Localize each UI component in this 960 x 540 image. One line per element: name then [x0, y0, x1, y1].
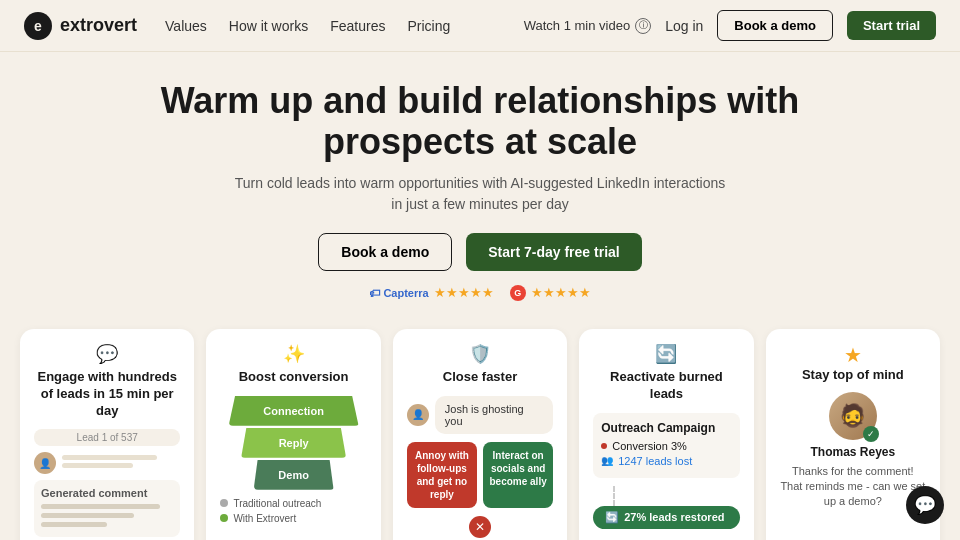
legend-dot	[220, 514, 228, 522]
top-of-mind-title: Stay top of mind	[780, 367, 926, 384]
josh-avatar: 👤	[407, 404, 429, 426]
comment-box: Generated comment	[34, 480, 180, 537]
ghost-bubble: Josh is ghosting you	[435, 396, 553, 434]
line	[41, 522, 107, 527]
engage-title: Engage with hundreds of leads in 15 min …	[34, 369, 180, 420]
funnel-connection: Connection	[229, 396, 359, 426]
google-stars: ★★★★★	[531, 285, 591, 300]
arrow	[613, 486, 739, 506]
testimonial-message: Thanks for the comment! That reminds me …	[780, 464, 926, 510]
comment-label: Generated comment	[41, 487, 173, 499]
google-icon: G	[510, 285, 526, 301]
avatar: 👤	[34, 452, 56, 474]
logo-icon: e	[24, 12, 52, 40]
line	[41, 504, 160, 509]
reactivate-title: Reactivate burned leads	[593, 369, 739, 403]
testimonial-wrap: 🧔 ✓	[829, 392, 877, 440]
login-button[interactable]: Log in	[665, 18, 703, 34]
nav-trial-button[interactable]: Start trial	[847, 11, 936, 40]
feature-cards: 💬 Engage with hundreds of leads in 15 mi…	[0, 317, 960, 540]
close-card: 🛡️ Close faster 👤 Josh is ghosting you A…	[393, 329, 567, 540]
nav-demo-button[interactable]: Book a demo	[717, 10, 833, 41]
comment-lines	[41, 504, 173, 527]
campaign-title: Outreach Campaign	[601, 421, 731, 435]
leads-lost-stat: 👥 1247 leads lost	[601, 455, 731, 467]
nav-how[interactable]: How it works	[229, 18, 308, 34]
decision-row: Annoy with follow-ups and get no reply I…	[407, 442, 553, 508]
nav-links: Values How it works Features Pricing	[165, 18, 450, 34]
logo[interactable]: e extrovert	[24, 12, 137, 40]
testimonial-name: Thomas Reyes	[780, 445, 926, 459]
legend-traditional: Traditional outreach	[220, 498, 366, 509]
nav-right: Watch 1 min video ⓘ Log in Book a demo S…	[524, 10, 936, 41]
legend-dot	[220, 499, 228, 507]
close-title: Close faster	[443, 369, 517, 386]
hero-subtext: Turn cold leads into warm opportunities …	[230, 173, 730, 215]
boost-title: Boost conversion	[239, 369, 349, 386]
logo-text: extrovert	[60, 15, 137, 36]
boost-card: ✨ Boost conversion Connection Reply Demo…	[206, 329, 380, 540]
bad-decision[interactable]: Annoy with follow-ups and get no reply	[407, 442, 477, 508]
line	[41, 513, 134, 518]
hero-headline: Warm up and build relationships with pro…	[130, 80, 830, 163]
google-rating: G ★★★★★	[510, 285, 591, 301]
hero-buttons: Book a demo Start 7-day free trial	[40, 233, 920, 271]
legend-extrovert: With Extrovert	[220, 513, 366, 524]
stat-dot	[601, 443, 607, 449]
star-icon: ★	[780, 343, 926, 367]
leads-lost: 👥	[601, 455, 613, 466]
info-icon: ⓘ	[635, 18, 651, 34]
boost-icon: ✨	[283, 343, 305, 365]
x-icon: ✕	[469, 516, 491, 538]
reactivate-card: 🔄 Reactivate burned leads Outreach Campa…	[579, 329, 753, 540]
restored-badge: 🔄 27% leads restored	[593, 506, 739, 529]
lead-lines	[62, 455, 180, 471]
line	[62, 463, 133, 468]
navbar: e extrovert Values How it works Features…	[0, 0, 960, 52]
reactivate-icon: 🔄	[655, 343, 677, 365]
campaign-box: Outreach Campaign Conversion 3% 👥 1247 l…	[593, 413, 739, 478]
nav-values[interactable]: Values	[165, 18, 207, 34]
nav-features[interactable]: Features	[330, 18, 385, 34]
hero-demo-button[interactable]: Book a demo	[318, 233, 452, 271]
ratings-row: 🏷 Capterra ★★★★★ G ★★★★★	[40, 285, 920, 301]
capterra-label: 🏷 Capterra	[369, 287, 428, 299]
engage-icon: 💬	[96, 343, 118, 365]
restored-label: 27% leads restored	[624, 511, 724, 523]
verified-badge: ✓	[863, 426, 879, 442]
engage-card: 💬 Engage with hundreds of leads in 15 mi…	[20, 329, 194, 540]
funnel-demo: Demo	[254, 460, 334, 490]
capterra-rating: 🏷 Capterra ★★★★★	[369, 285, 493, 300]
line	[62, 455, 157, 460]
close-icon: 🛡️	[469, 343, 491, 365]
hero-section: Warm up and build relationships with pro…	[0, 52, 960, 317]
funnel-legend: Traditional outreach With Extrovert	[220, 498, 366, 524]
hero-trial-button[interactable]: Start 7-day free trial	[466, 233, 642, 271]
conversion-stat: Conversion 3%	[601, 440, 731, 452]
lead-counter: Lead 1 of 537	[34, 429, 180, 446]
funnel-reply: Reply	[241, 428, 346, 458]
watch-label: Watch 1 min video	[524, 18, 630, 33]
funnel: Connection Reply Demo	[220, 396, 366, 490]
chat-support-button[interactable]: 💬	[906, 486, 944, 524]
capterra-stars: ★★★★★	[434, 285, 494, 300]
nav-pricing[interactable]: Pricing	[407, 18, 450, 34]
ghost-message: 👤 Josh is ghosting you	[407, 396, 553, 434]
watch-video-link[interactable]: Watch 1 min video ⓘ	[524, 18, 651, 34]
good-decision[interactable]: Interact on socials and become ally	[483, 442, 553, 508]
lead-item: 👤	[34, 452, 180, 474]
restored-icon: 🔄	[605, 511, 619, 524]
